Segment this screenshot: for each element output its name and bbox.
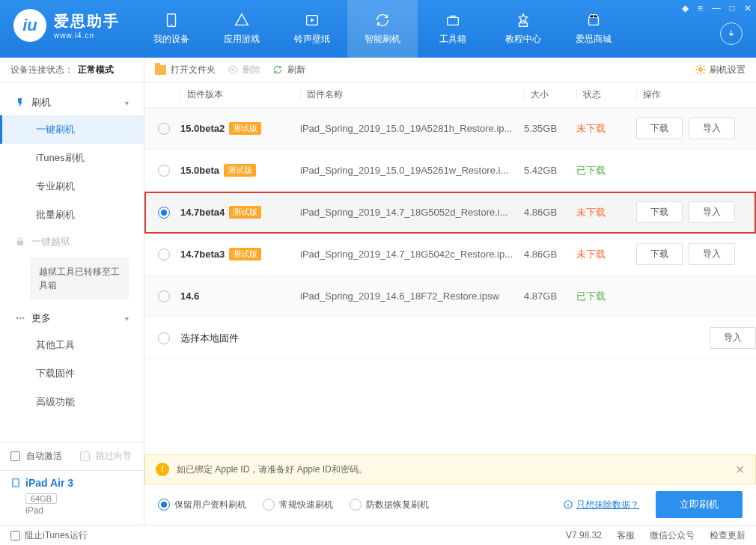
import-button[interactable]: 导入 bbox=[689, 118, 735, 139]
radio-button[interactable] bbox=[158, 332, 170, 344]
folder-icon bbox=[155, 65, 166, 75]
gear-icon bbox=[695, 64, 707, 76]
svg-point-7 bbox=[16, 317, 18, 319]
import-button[interactable]: 导入 bbox=[689, 201, 735, 223]
beta-tag: 测试版 bbox=[224, 164, 256, 177]
topnav-6[interactable]: 爱思商城 bbox=[558, 0, 629, 58]
refresh-icon bbox=[272, 64, 283, 75]
banner-close-icon[interactable]: ✕ bbox=[735, 463, 745, 477]
download-button[interactable]: 下载 bbox=[636, 118, 683, 139]
support-link[interactable]: 客服 bbox=[617, 529, 635, 542]
connection-status: 设备连接状态：正常模式 bbox=[0, 58, 144, 82]
device-type: iPad bbox=[25, 505, 133, 516]
firmware-row[interactable]: 14.7beta4测试版 iPad_Spring_2019_14.7_18G50… bbox=[144, 192, 756, 234]
close-icon[interactable]: ✕ bbox=[744, 3, 752, 13]
firmware-size: 4.86GB bbox=[524, 249, 576, 260]
topnav-3[interactable]: 智能刷机 bbox=[347, 0, 418, 58]
wechat-link[interactable]: 微信公众号 bbox=[650, 529, 695, 542]
skip-guide-label: 跳过向导 bbox=[96, 450, 132, 463]
sidebar-item-2[interactable]: 专业刷机 bbox=[0, 172, 144, 201]
erase-data-link[interactable]: 只想抹除数据？ bbox=[563, 499, 639, 511]
topnav-0[interactable]: 我的设备 bbox=[136, 0, 207, 58]
download-button[interactable]: 下载 bbox=[636, 201, 683, 223]
firmware-name: iPad_Spring_2019_14.7_18G5042c_Restore.i… bbox=[300, 249, 524, 260]
flash-mode-option-2[interactable]: 防数据恢复刷机 bbox=[350, 499, 429, 511]
device-capacity: 64GB bbox=[25, 493, 57, 504]
flash-now-button[interactable]: 立即刷机 bbox=[656, 491, 743, 518]
flash-settings-button[interactable]: 刷机设置 bbox=[695, 64, 746, 76]
topnav-5[interactable]: 教程中心 bbox=[488, 0, 558, 58]
chevron-down-icon: ▾ bbox=[125, 99, 129, 107]
topnav-2[interactable]: 铃声壁纸 bbox=[277, 0, 347, 58]
firmware-row[interactable]: 14.6 iPad_Spring_2019_14.6_18F72_Restore… bbox=[144, 275, 756, 317]
topnav-4[interactable]: 工具箱 bbox=[418, 0, 488, 58]
radio-button[interactable] bbox=[263, 499, 275, 511]
svg-point-13 bbox=[699, 68, 702, 71]
sidebar-head-more[interactable]: 更多▾ bbox=[0, 305, 144, 331]
sidebar-more-item-2[interactable]: 高级功能 bbox=[0, 388, 144, 416]
svg-rect-4 bbox=[519, 23, 528, 27]
block-itunes-checkbox[interactable] bbox=[10, 531, 20, 541]
refresh-button[interactable]: 刷新 bbox=[272, 64, 305, 76]
warning-icon: ! bbox=[156, 463, 169, 476]
firmware-name: iPad_Spring_2019_14.6_18F72_Restore.ipsw bbox=[300, 290, 524, 302]
app-logo: iu 爱思助手 www.i4.cn bbox=[0, 0, 133, 51]
radio-button[interactable] bbox=[158, 499, 170, 511]
import-button[interactable]: 导入 bbox=[689, 243, 735, 265]
download-circle-icon[interactable] bbox=[720, 22, 743, 45]
flash-mode-option-1[interactable]: 常规快速刷机 bbox=[263, 499, 333, 511]
app-name: 爱思助手 bbox=[54, 11, 120, 31]
beta-tag: 测试版 bbox=[229, 122, 261, 135]
delete-icon bbox=[228, 64, 238, 75]
sidebar-more-item-1[interactable]: 下载固件 bbox=[0, 359, 144, 388]
sidebar-item-3[interactable]: 批量刷机 bbox=[0, 201, 144, 229]
block-itunes-label: 阻止iTunes运行 bbox=[25, 529, 88, 542]
firmware-row[interactable]: 14.7beta3测试版 iPad_Spring_2019_14.7_18G50… bbox=[144, 234, 756, 275]
firmware-status: 已下载 bbox=[576, 290, 636, 303]
radio-button[interactable] bbox=[158, 207, 170, 219]
open-folder-button[interactable]: 打开文件夹 bbox=[155, 64, 216, 76]
maximize-icon[interactable]: □ bbox=[730, 3, 735, 13]
radio-button[interactable] bbox=[158, 123, 170, 135]
radio-button[interactable] bbox=[350, 499, 362, 511]
svg-point-11 bbox=[15, 485, 16, 486]
radio-button[interactable] bbox=[158, 165, 170, 177]
firmware-size: 4.87GB bbox=[524, 290, 576, 302]
flash-icon bbox=[15, 97, 25, 108]
sidebar-item-0[interactable]: 一键刷机 bbox=[0, 115, 144, 144]
local-firmware-row[interactable]: 选择本地固件 导入 bbox=[144, 317, 756, 359]
firmware-status: 未下载 bbox=[576, 122, 636, 136]
logo-icon: iu bbox=[13, 9, 46, 42]
sidebar-head-flash[interactable]: 刷机▾ bbox=[0, 90, 144, 115]
import-button[interactable]: 导入 bbox=[710, 327, 756, 349]
flash-mode-option-0[interactable]: 保留用户资料刷机 bbox=[158, 499, 246, 511]
firmware-row[interactable]: 15.0beta测试版 iPad_Spring_2019_15.0_19A526… bbox=[144, 150, 756, 192]
firmware-status: 已下载 bbox=[576, 164, 636, 177]
apple-id-banner: ! 如已绑定 Apple ID，请准备好 Apple ID和密码。 ✕ bbox=[144, 454, 756, 484]
firmware-row[interactable]: 15.0beta2测试版 iPad_Spring_2019_15.0_19A52… bbox=[144, 108, 756, 150]
firmware-size: 5.42GB bbox=[524, 165, 576, 176]
firmware-size: 5.35GB bbox=[524, 123, 576, 134]
svg-point-1 bbox=[171, 24, 172, 25]
firmware-size: 4.86GB bbox=[524, 207, 576, 218]
device-name[interactable]: iPad Air 3 bbox=[10, 477, 133, 489]
radio-button[interactable] bbox=[158, 249, 170, 261]
topnav-1[interactable]: 应用游戏 bbox=[207, 0, 277, 58]
chevron-down-icon: ▾ bbox=[125, 314, 129, 323]
sidebar-item-1[interactable]: iTunes刷机 bbox=[0, 144, 144, 172]
check-update-link[interactable]: 检查更新 bbox=[710, 529, 746, 542]
menu-icon[interactable]: ≡ bbox=[698, 3, 703, 13]
table-header: 固件版本 固件名称 大小 状态 操作 bbox=[144, 82, 756, 108]
local-firmware-label: 选择本地固件 bbox=[180, 332, 239, 345]
lock-icon bbox=[15, 237, 25, 247]
svg-rect-6 bbox=[17, 241, 23, 246]
radio-button[interactable] bbox=[158, 290, 170, 302]
app-url: www.i4.cn bbox=[54, 31, 120, 40]
auto-activate-checkbox[interactable] bbox=[10, 451, 20, 461]
download-button[interactable]: 下载 bbox=[636, 243, 683, 265]
delete-button: 删除 bbox=[228, 64, 260, 76]
info-icon bbox=[563, 499, 573, 510]
minimize-icon[interactable]: — bbox=[712, 3, 721, 13]
skin-icon[interactable]: ◆ bbox=[682, 3, 689, 13]
sidebar-more-item-0[interactable]: 其他工具 bbox=[0, 331, 144, 359]
